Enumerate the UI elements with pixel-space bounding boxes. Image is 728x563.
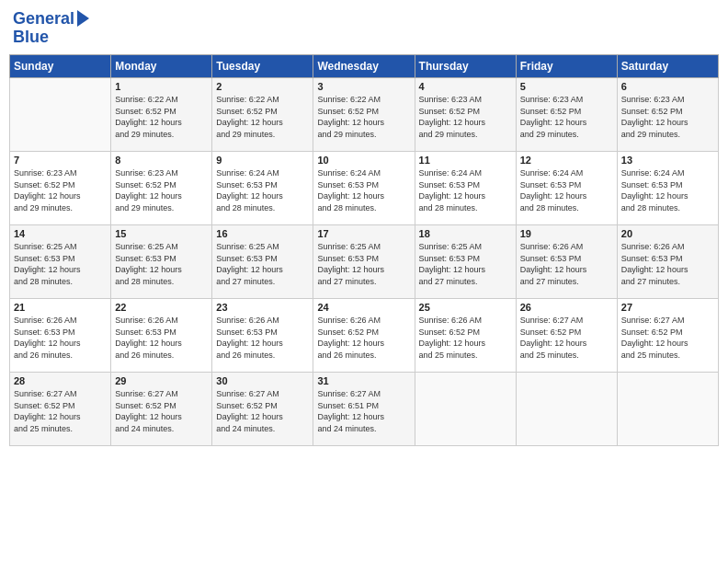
day-details: Sunrise: 6:26 AM Sunset: 6:53 PM Dayligh… <box>621 241 714 287</box>
day-number: 13 <box>621 155 714 166</box>
day-number: 21 <box>14 302 107 313</box>
day-details: Sunrise: 6:23 AM Sunset: 6:52 PM Dayligh… <box>520 94 613 140</box>
day-number: 3 <box>317 81 410 92</box>
day-header-saturday: Saturday <box>617 55 718 78</box>
day-details: Sunrise: 6:23 AM Sunset: 6:52 PM Dayligh… <box>14 167 107 213</box>
day-details: Sunrise: 6:25 AM Sunset: 6:53 PM Dayligh… <box>14 241 107 287</box>
day-number: 9 <box>216 155 309 166</box>
day-details: Sunrise: 6:26 AM Sunset: 6:52 PM Dayligh… <box>419 315 512 361</box>
calendar-cell: 2Sunrise: 6:22 AM Sunset: 6:52 PM Daylig… <box>212 78 313 152</box>
day-details: Sunrise: 6:27 AM Sunset: 6:52 PM Dayligh… <box>14 388 107 434</box>
calendar-cell: 3Sunrise: 6:22 AM Sunset: 6:52 PM Daylig… <box>313 78 415 152</box>
day-details: Sunrise: 6:27 AM Sunset: 6:51 PM Dayligh… <box>317 388 410 434</box>
calendar-week-4: 21Sunrise: 6:26 AM Sunset: 6:53 PM Dayli… <box>10 299 719 373</box>
calendar-cell: 5Sunrise: 6:23 AM Sunset: 6:52 PM Daylig… <box>516 78 617 152</box>
calendar-header: SundayMondayTuesdayWednesdayThursdayFrid… <box>10 55 719 78</box>
calendar-cell: 24Sunrise: 6:26 AM Sunset: 6:52 PM Dayli… <box>313 299 415 373</box>
day-number: 31 <box>317 375 410 386</box>
day-details: Sunrise: 6:23 AM Sunset: 6:52 PM Dayligh… <box>115 167 208 213</box>
day-details: Sunrise: 6:26 AM Sunset: 6:53 PM Dayligh… <box>216 315 309 361</box>
calendar-cell: 28Sunrise: 6:27 AM Sunset: 6:52 PM Dayli… <box>10 373 111 446</box>
day-number: 1 <box>115 81 208 92</box>
calendar-cell: 31Sunrise: 6:27 AM Sunset: 6:51 PM Dayli… <box>313 373 415 446</box>
day-details: Sunrise: 6:25 AM Sunset: 6:53 PM Dayligh… <box>317 241 410 287</box>
calendar-cell: 29Sunrise: 6:27 AM Sunset: 6:52 PM Dayli… <box>111 373 212 446</box>
calendar-cell: 1Sunrise: 6:22 AM Sunset: 6:52 PM Daylig… <box>111 78 212 152</box>
day-number: 15 <box>115 228 208 239</box>
day-details: Sunrise: 6:22 AM Sunset: 6:52 PM Dayligh… <box>317 94 410 140</box>
calendar-cell: 12Sunrise: 6:24 AM Sunset: 6:53 PM Dayli… <box>516 152 617 225</box>
day-details: Sunrise: 6:24 AM Sunset: 6:53 PM Dayligh… <box>317 167 410 213</box>
calendar-cell: 19Sunrise: 6:26 AM Sunset: 6:53 PM Dayli… <box>516 225 617 299</box>
calendar-cell: 18Sunrise: 6:25 AM Sunset: 6:53 PM Dayli… <box>415 225 516 299</box>
day-number: 10 <box>317 155 410 166</box>
day-details: Sunrise: 6:24 AM Sunset: 6:53 PM Dayligh… <box>621 167 714 213</box>
day-header-monday: Monday <box>111 55 212 78</box>
day-number: 6 <box>621 81 714 92</box>
calendar-cell: 20Sunrise: 6:26 AM Sunset: 6:53 PM Dayli… <box>617 225 718 299</box>
day-details: Sunrise: 6:27 AM Sunset: 6:52 PM Dayligh… <box>115 388 208 434</box>
day-number: 11 <box>419 155 512 166</box>
calendar-cell: 25Sunrise: 6:26 AM Sunset: 6:52 PM Dayli… <box>415 299 516 373</box>
day-details: Sunrise: 6:26 AM Sunset: 6:53 PM Dayligh… <box>115 315 208 361</box>
day-number: 18 <box>419 228 512 239</box>
day-number: 16 <box>216 228 309 239</box>
logo: General Blue <box>13 9 89 47</box>
calendar-week-1: 1Sunrise: 6:22 AM Sunset: 6:52 PM Daylig… <box>10 78 719 152</box>
day-details: Sunrise: 6:22 AM Sunset: 6:52 PM Dayligh… <box>115 94 208 140</box>
day-details: Sunrise: 6:24 AM Sunset: 6:53 PM Dayligh… <box>520 167 613 213</box>
day-details: Sunrise: 6:26 AM Sunset: 6:52 PM Dayligh… <box>317 315 410 361</box>
calendar-cell <box>415 373 516 446</box>
calendar-cell <box>617 373 718 446</box>
day-details: Sunrise: 6:25 AM Sunset: 6:53 PM Dayligh… <box>419 241 512 287</box>
calendar-cell: 9Sunrise: 6:24 AM Sunset: 6:53 PM Daylig… <box>212 152 313 225</box>
logo-arrow-icon <box>77 10 89 27</box>
day-number: 29 <box>115 375 208 386</box>
day-number: 12 <box>520 155 613 166</box>
calendar-cell: 11Sunrise: 6:24 AM Sunset: 6:53 PM Dayli… <box>415 152 516 225</box>
calendar-cell: 16Sunrise: 6:25 AM Sunset: 6:53 PM Dayli… <box>212 225 313 299</box>
day-number: 22 <box>115 302 208 313</box>
calendar-table: SundayMondayTuesdayWednesdayThursdayFrid… <box>9 54 719 446</box>
day-number: 30 <box>216 375 309 386</box>
day-header-tuesday: Tuesday <box>212 55 313 78</box>
calendar-week-3: 14Sunrise: 6:25 AM Sunset: 6:53 PM Dayli… <box>10 225 719 299</box>
calendar-cell: 27Sunrise: 6:27 AM Sunset: 6:52 PM Dayli… <box>617 299 718 373</box>
day-number: 5 <box>520 81 613 92</box>
day-number: 24 <box>317 302 410 313</box>
calendar-cell: 10Sunrise: 6:24 AM Sunset: 6:53 PM Dayli… <box>313 152 415 225</box>
calendar-cell: 21Sunrise: 6:26 AM Sunset: 6:53 PM Dayli… <box>10 299 111 373</box>
calendar-cell: 17Sunrise: 6:25 AM Sunset: 6:53 PM Dayli… <box>313 225 415 299</box>
day-number: 7 <box>14 155 107 166</box>
day-number: 23 <box>216 302 309 313</box>
day-details: Sunrise: 6:26 AM Sunset: 6:53 PM Dayligh… <box>520 241 613 287</box>
page-header: General Blue <box>9 9 719 47</box>
day-number: 28 <box>14 375 107 386</box>
calendar-cell <box>516 373 617 446</box>
logo-text-blue: Blue <box>13 28 49 48</box>
day-number: 4 <box>419 81 512 92</box>
calendar-cell: 7Sunrise: 6:23 AM Sunset: 6:52 PM Daylig… <box>10 152 111 225</box>
calendar-cell: 15Sunrise: 6:25 AM Sunset: 6:53 PM Dayli… <box>111 225 212 299</box>
day-details: Sunrise: 6:27 AM Sunset: 6:52 PM Dayligh… <box>520 315 613 361</box>
day-number: 20 <box>621 228 714 239</box>
day-number: 14 <box>14 228 107 239</box>
day-details: Sunrise: 6:25 AM Sunset: 6:53 PM Dayligh… <box>216 241 309 287</box>
calendar-week-2: 7Sunrise: 6:23 AM Sunset: 6:52 PM Daylig… <box>10 152 719 225</box>
day-details: Sunrise: 6:25 AM Sunset: 6:53 PM Dayligh… <box>115 241 208 287</box>
calendar-cell: 8Sunrise: 6:23 AM Sunset: 6:52 PM Daylig… <box>111 152 212 225</box>
day-number: 17 <box>317 228 410 239</box>
day-number: 8 <box>115 155 208 166</box>
calendar-cell: 30Sunrise: 6:27 AM Sunset: 6:52 PM Dayli… <box>212 373 313 446</box>
day-header-wednesday: Wednesday <box>313 55 415 78</box>
day-details: Sunrise: 6:23 AM Sunset: 6:52 PM Dayligh… <box>621 94 714 140</box>
day-details: Sunrise: 6:26 AM Sunset: 6:53 PM Dayligh… <box>14 315 107 361</box>
day-details: Sunrise: 6:27 AM Sunset: 6:52 PM Dayligh… <box>621 315 714 361</box>
calendar-cell: 26Sunrise: 6:27 AM Sunset: 6:52 PM Dayli… <box>516 299 617 373</box>
day-details: Sunrise: 6:22 AM Sunset: 6:52 PM Dayligh… <box>216 94 309 140</box>
day-details: Sunrise: 6:23 AM Sunset: 6:52 PM Dayligh… <box>419 94 512 140</box>
calendar-cell: 14Sunrise: 6:25 AM Sunset: 6:53 PM Dayli… <box>10 225 111 299</box>
calendar-cell: 6Sunrise: 6:23 AM Sunset: 6:52 PM Daylig… <box>617 78 718 152</box>
calendar-cell: 4Sunrise: 6:23 AM Sunset: 6:52 PM Daylig… <box>415 78 516 152</box>
calendar-cell: 22Sunrise: 6:26 AM Sunset: 6:53 PM Dayli… <box>111 299 212 373</box>
